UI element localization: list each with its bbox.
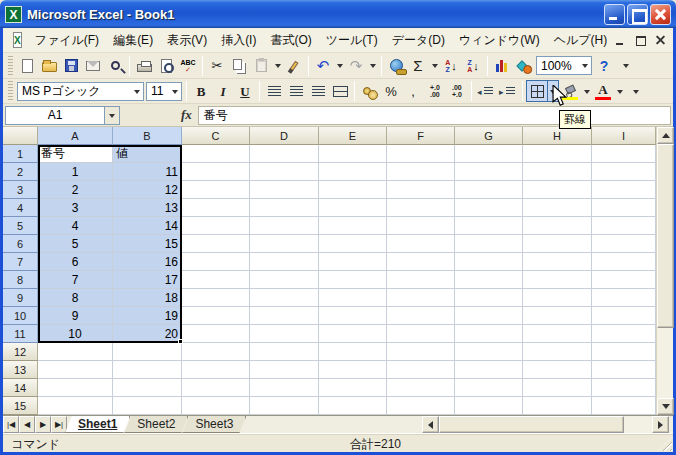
cell-G8[interactable]	[455, 271, 523, 289]
cell-E13[interactable]	[319, 361, 387, 379]
menu-item-4[interactable]: 挿入(I)	[214, 29, 263, 52]
cell-B9[interactable]: 18	[113, 289, 182, 307]
menu-item-2[interactable]: 編集(E)	[106, 29, 160, 52]
search-icon[interactable]	[104, 55, 126, 77]
cell-B6[interactable]: 15	[113, 235, 182, 253]
insert-function-button[interactable]: fx	[175, 107, 198, 123]
cell-C10[interactable]	[182, 307, 250, 325]
help-icon[interactable]: ?	[593, 55, 615, 77]
cell-E5[interactable]	[319, 217, 387, 235]
cell-E12[interactable]	[319, 343, 387, 361]
cell-B10[interactable]: 19	[113, 307, 182, 325]
font-size-select[interactable]: 11	[145, 80, 183, 102]
mail-icon[interactable]	[82, 55, 104, 77]
cell-D8[interactable]	[250, 271, 319, 289]
scroll-down-icon[interactable]	[657, 398, 674, 415]
cell-A9[interactable]: 8	[38, 289, 113, 307]
cell-E11[interactable]	[319, 325, 387, 343]
cell-G13[interactable]	[455, 361, 523, 379]
font-select-dropdown-icon[interactable]	[130, 83, 143, 100]
vertical-scroll-thumb[interactable]	[657, 144, 674, 328]
drawing-icon[interactable]	[513, 55, 535, 77]
cell-H10[interactable]	[523, 307, 592, 325]
cell-C13[interactable]	[182, 361, 250, 379]
undo-icon-dropdown-icon[interactable]	[334, 55, 345, 77]
cell-F8[interactable]	[387, 271, 455, 289]
cell-G4[interactable]	[455, 199, 523, 217]
minimize-button[interactable]	[604, 4, 625, 25]
align-right-icon[interactable]	[307, 80, 329, 102]
last-sheet-icon[interactable]: ▶|	[51, 416, 67, 433]
cell-A14[interactable]	[38, 379, 113, 397]
cell-I3[interactable]	[592, 181, 656, 199]
row-header-4[interactable]: 4	[3, 199, 38, 217]
cell-D2[interactable]	[250, 163, 319, 181]
name-box-dropdown-icon[interactable]	[105, 106, 120, 125]
cell-H13[interactable]	[523, 361, 592, 379]
cell-E15[interactable]	[319, 397, 387, 415]
sheet-tab-sheet2[interactable]: Sheet2	[124, 416, 188, 433]
cell-B15[interactable]	[113, 397, 182, 415]
cell-F1[interactable]	[387, 145, 455, 163]
column-header-B[interactable]: B	[113, 127, 182, 145]
menu-item-3[interactable]: 表示(V)	[160, 29, 214, 52]
print-preview-icon[interactable]	[155, 55, 177, 77]
increase-decimal-icon[interactable]: +.0.00	[424, 80, 446, 102]
column-header-C[interactable]: C	[182, 127, 250, 145]
toolbar-grip[interactable]	[8, 81, 13, 100]
cell-E2[interactable]	[319, 163, 387, 181]
cell-I15[interactable]	[592, 397, 656, 415]
column-header-D[interactable]: D	[250, 127, 319, 145]
new-document-icon[interactable]	[16, 55, 38, 77]
cell-F12[interactable]	[387, 343, 455, 361]
cell-A7[interactable]: 6	[38, 253, 113, 271]
cell-I10[interactable]	[592, 307, 656, 325]
cell-C15[interactable]	[182, 397, 250, 415]
cell-A15[interactable]	[38, 397, 113, 415]
cell-B12[interactable]	[113, 343, 182, 361]
cell-H14[interactable]	[523, 379, 592, 397]
print-icon[interactable]	[133, 55, 155, 77]
autosum-icon[interactable]: Σ	[407, 55, 429, 77]
sort-ascending-icon[interactable]: AZ↓	[440, 55, 462, 77]
column-header-F[interactable]: F	[387, 127, 455, 145]
row-header-9[interactable]: 9	[3, 289, 38, 307]
cell-H5[interactable]	[523, 217, 592, 235]
cell-H12[interactable]	[523, 343, 592, 361]
cell-F5[interactable]	[387, 217, 455, 235]
cell-C5[interactable]	[182, 217, 250, 235]
row-header-5[interactable]: 5	[3, 217, 38, 235]
toolbar-options-icon[interactable]	[625, 80, 647, 102]
cell-D11[interactable]	[250, 325, 319, 343]
borders-icon-dropdown-icon[interactable]	[548, 80, 559, 102]
cell-E6[interactable]	[319, 235, 387, 253]
cell-G15[interactable]	[455, 397, 523, 415]
cell-G5[interactable]	[455, 217, 523, 235]
horizontal-scrollbar[interactable]	[422, 416, 669, 433]
cell-G7[interactable]	[455, 253, 523, 271]
redo-icon[interactable]: ↷	[345, 55, 367, 77]
cell-A12[interactable]	[38, 343, 113, 361]
cell-D15[interactable]	[250, 397, 319, 415]
cell-D10[interactable]	[250, 307, 319, 325]
cell-I2[interactable]	[592, 163, 656, 181]
increase-indent-icon[interactable]: ▸	[497, 80, 519, 102]
underline-icon[interactable]: U	[234, 80, 256, 102]
cell-F9[interactable]	[387, 289, 455, 307]
zoom-select-dropdown-icon[interactable]	[578, 57, 591, 74]
row-header-6[interactable]: 6	[3, 235, 38, 253]
cell-C4[interactable]	[182, 199, 250, 217]
cell-I12[interactable]	[592, 343, 656, 361]
scroll-up-icon[interactable]	[657, 127, 674, 144]
cell-A8[interactable]: 7	[38, 271, 113, 289]
cell-H6[interactable]	[523, 235, 592, 253]
menu-item-1[interactable]: ファイル(F)	[28, 29, 106, 52]
autosum-icon-dropdown-icon[interactable]	[429, 55, 440, 77]
copy-icon[interactable]	[228, 55, 250, 77]
horizontal-scroll-thumb[interactable]	[439, 416, 624, 433]
maximize-button[interactable]	[627, 4, 648, 25]
cell-G12[interactable]	[455, 343, 523, 361]
cell-E4[interactable]	[319, 199, 387, 217]
decrease-indent-icon[interactable]: ◂	[475, 80, 497, 102]
cell-A5[interactable]: 4	[38, 217, 113, 235]
